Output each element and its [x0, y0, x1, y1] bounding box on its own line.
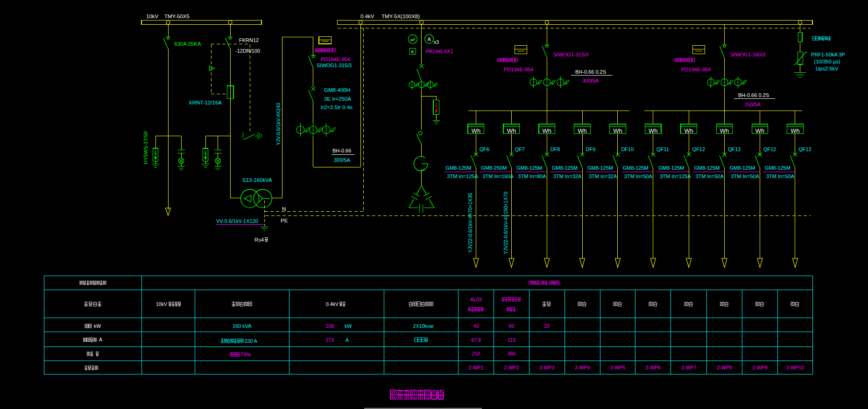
svg-text:Up≤2.5kV: Up≤2.5kV — [816, 66, 839, 71]
svg-text:73%: 73% — [240, 352, 251, 357]
svg-text:0.4kV: 0.4kV — [360, 14, 374, 19]
svg-text:DF8: DF8 — [550, 146, 560, 152]
svg-text:3TM In=50A: 3TM In=50A — [731, 173, 760, 179]
svg-text:DF9: DF9 — [586, 146, 596, 152]
svg-text:BH-0.66 0.2S: BH-0.66 0.2S — [575, 69, 606, 75]
svg-text:Wh: Wh — [649, 127, 658, 134]
svg-text:3TM In=80A: 3TM In=80A — [518, 173, 546, 179]
svg-text:3TM In=125A: 3TM In=125A — [447, 173, 478, 179]
svg-text:QF11: QF11 — [656, 146, 669, 152]
svg-text:2-WP7: 2-WP7 — [681, 365, 696, 370]
svg-text:GM8-125M: GM8-125M — [587, 165, 613, 171]
svg-text:Ir2=2.5Ir 0.4s: Ir2=2.5Ir 0.4s — [321, 104, 353, 110]
svg-text:GM8-125M: GM8-125M — [552, 165, 578, 171]
svg-text:GM8-400H: GM8-400H — [324, 87, 350, 93]
svg-text:AL03: AL03 — [470, 297, 482, 302]
svg-text:(10/350 µs): (10/350 µs) — [814, 59, 840, 64]
svg-text:GM8-125M: GM8-125M — [516, 165, 542, 171]
svg-text:Wh: Wh — [720, 127, 729, 134]
svg-text:360: 360 — [508, 351, 516, 356]
svg-text:PA194I-9X1: PA194I-9X1 — [426, 49, 453, 54]
svg-text:QF12: QF12 — [798, 146, 812, 152]
svg-text:150/5A: 150/5A — [744, 102, 761, 107]
svg-text:QF12: QF12 — [763, 146, 776, 152]
svg-text:Wh: Wh — [507, 127, 516, 134]
svg-text:3TM In=50A: 3TM In=50A — [766, 173, 795, 179]
svg-text:DF10: DF10 — [621, 146, 634, 152]
svg-text:173: 173 — [325, 337, 334, 343]
svg-text:GM8-125M: GM8-125M — [658, 165, 684, 171]
svg-text:A: A — [427, 36, 431, 42]
svg-text:YJV22-0.6/1kV-4X150+1X70: YJV22-0.6/1kV-4X150+1X70 — [503, 192, 508, 254]
svg-text:GM8-250M: GM8-250M — [481, 165, 507, 171]
svg-text:S13-160kVA: S13-160kVA — [242, 177, 272, 183]
svg-text:3TM In=32A: 3TM In=32A — [589, 173, 617, 179]
svg-text:SIWOG1-315/3: SIWOG1-315/3 — [553, 52, 588, 57]
svg-text:QF12: QF12 — [728, 146, 741, 152]
svg-text:kW: kW — [94, 323, 101, 329]
svg-text:): ) — [559, 280, 560, 285]
svg-text:R≤4: R≤4 — [254, 237, 264, 243]
svg-text:210: 210 — [472, 351, 480, 356]
svg-text:-: - — [548, 280, 550, 285]
svg-text:Wh: Wh — [684, 127, 693, 134]
svg-text:x3: x3 — [434, 39, 439, 45]
svg-text:BH-0.66 0.2S: BH-0.66 0.2S — [738, 92, 769, 98]
svg-text:230 A: 230 A — [245, 338, 257, 344]
svg-text:A: A — [346, 337, 349, 343]
svg-text:SIWOG1-315/3: SIWOG1-315/3 — [317, 62, 352, 68]
svg-text:GM8-125M: GM8-125M — [445, 165, 471, 171]
svg-text:300/5A: 300/5A — [334, 157, 351, 163]
svg-text:PRF1-50kA 3P: PRF1-50kA 3P — [811, 52, 845, 57]
svg-text:Wh: Wh — [790, 127, 800, 134]
svg-text:2-WP8: 2-WP8 — [717, 365, 732, 370]
svg-text:3TM In=50A: 3TM In=50A — [624, 173, 653, 179]
svg-text:3TM In=125A: 3TM In=125A — [660, 173, 691, 179]
svg-text:10kV: 10kV — [146, 14, 159, 19]
svg-text:Wh: Wh — [613, 127, 622, 134]
svg-text:SIWOG1-160/3: SIWOG1-160/3 — [730, 52, 765, 57]
svg-text:2-WP10: 2-WP10 — [786, 365, 804, 370]
svg-text:VV-0.6/1kV-1X120: VV-0.6/1kV-1X120 — [216, 218, 258, 224]
svg-text:3TM In=50A: 3TM In=50A — [696, 173, 724, 179]
svg-text:GM8-125M: GM8-125M — [694, 165, 720, 171]
svg-text:Wh: Wh — [755, 127, 765, 134]
svg-text:20: 20 — [544, 323, 550, 329]
svg-text:3TM In=160A: 3TM In=160A — [482, 173, 514, 179]
svg-text:2-WP4: 2-WP4 — [575, 365, 590, 370]
svg-text:QF7: QF7 — [515, 146, 525, 152]
svg-text:160 kVA: 160 kVA — [233, 323, 252, 329]
svg-text:A: A — [99, 337, 102, 342]
svg-text:-12DR/100: -12DR/100 — [235, 48, 260, 54]
svg-text:2-WP1: 2-WP1 — [468, 365, 483, 370]
svg-text:3E Ir=250A: 3E Ir=250A — [324, 96, 351, 102]
svg-text:TMY-5X(100X8): TMY-5X(100X8) — [381, 14, 420, 19]
svg-text:Wh: Wh — [472, 127, 481, 134]
svg-text:BH-0.66: BH-0.66 — [332, 148, 351, 153]
svg-text:kW: kW — [345, 323, 352, 329]
svg-text:2-WP5: 2-WP5 — [610, 365, 625, 370]
svg-text:K: K — [411, 49, 414, 54]
svg-text:10kV: 10kV — [156, 301, 167, 307]
svg-text:PD194E-954: PD194E-954 — [504, 67, 533, 72]
svg-text:PE: PE — [281, 218, 288, 223]
svg-text:Wh: Wh — [543, 127, 552, 134]
svg-text:0.4kV: 0.4kV — [326, 301, 339, 307]
svg-text:113: 113 — [508, 337, 515, 343]
svg-text:300/5A: 300/5A — [582, 78, 599, 83]
svg-text:YJV-0.6/1kV-4X240: YJV-0.6/1kV-4X240 — [275, 103, 281, 145]
svg-text:67.9: 67.9 — [471, 337, 481, 343]
svg-text:2X10kvar: 2X10kvar — [413, 323, 434, 329]
svg-text:QF12: QF12 — [692, 146, 706, 152]
svg-text:40: 40 — [473, 323, 479, 329]
svg-text:2-WP9: 2-WP9 — [752, 365, 767, 370]
svg-text:YJV22-0.6/1kV-4X70+1X35: YJV22-0.6/1kV-4X70+1X35 — [467, 193, 473, 253]
svg-text:3TM In=32A: 3TM In=32A — [553, 173, 582, 179]
svg-text:QF6: QF6 — [480, 146, 489, 152]
svg-text:2-WP2: 2-WP2 — [504, 365, 519, 370]
svg-text:GM8-125M: GM8-125M — [765, 165, 790, 171]
svg-text:2: 2 — [528, 280, 531, 285]
svg-text:GM8-125M: GM8-125M — [623, 165, 649, 171]
svg-text:60: 60 — [509, 323, 515, 329]
svg-text:108: 108 — [325, 323, 334, 329]
